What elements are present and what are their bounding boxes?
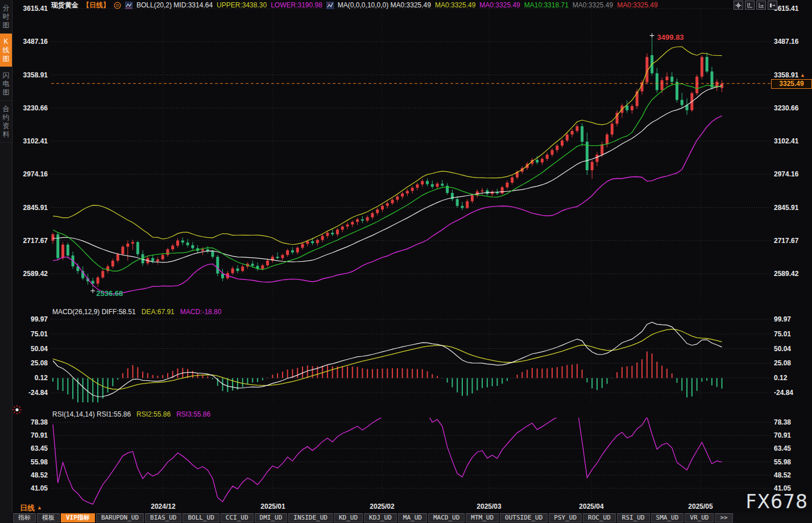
axis-tick-label: 3358.91 xyxy=(23,71,48,79)
axis-tick-label: -24.84 xyxy=(28,389,48,397)
axis-pan-icon[interactable] xyxy=(756,1,766,10)
left-tab-sidebar: 分时图K线图闪电图合约资料 xyxy=(0,0,13,523)
axis-tick-label: 2845.91 xyxy=(23,204,48,212)
period-tag: 【日线】 xyxy=(82,1,110,10)
axis-scale-icon[interactable] xyxy=(745,1,755,10)
axis-tick-label: 41.05 xyxy=(31,484,48,492)
axis-tick-label: 63.45 xyxy=(31,444,48,452)
axis-tick-label: 70.91 xyxy=(31,431,48,439)
toolbar-button-模板[interactable]: 模板 xyxy=(37,513,60,522)
high-price-annotation: 3499.83 xyxy=(657,33,684,42)
ma-value-2: MA0:3325.49 xyxy=(435,1,475,9)
x-axis-month-label: 2025/01 xyxy=(260,503,285,510)
macd-diff-value: MACD(26,12,9) DIFF:58.51 xyxy=(52,308,136,316)
axis-tick-label: -24.84 xyxy=(774,389,793,397)
alert-marker-icon[interactable] xyxy=(12,405,22,417)
period-label: 日线 xyxy=(20,504,35,512)
axis-tick-label: 3102.41 xyxy=(774,137,799,145)
toolbar-button-DMI_UD[interactable]: DMI_UD xyxy=(255,513,288,522)
toolbar-button-KDJ_UD[interactable]: KDJ_UD xyxy=(364,513,397,522)
ma10-value: MA10:3318.71 xyxy=(524,1,569,9)
macd-value: MACD:-18.80 xyxy=(180,308,222,316)
rsi1-value: RSI(14,14,14) RSI1:55.86 xyxy=(52,410,131,418)
boll-lower-value: LOWER:3190.98 xyxy=(271,1,322,9)
macd-panel-header: MACD(26,12,9) DIFF:58.51 DEA:67.91 MACD:… xyxy=(52,308,221,316)
period-toggle[interactable]: 日线▲ xyxy=(20,503,42,513)
boll-upper-value: UPPER:3438.30 xyxy=(217,1,267,9)
crosshair-icon[interactable] xyxy=(734,1,743,10)
boll-indicator-icon[interactable] xyxy=(125,2,132,9)
toolbar-button-MACD_UD[interactable]: MACD_UD xyxy=(428,513,465,522)
x-axis-month-label: 2025/03 xyxy=(477,503,502,510)
sidebar-tab-分时图[interactable]: 分时图 xyxy=(0,0,12,34)
axis-tick-label: 75.01 xyxy=(774,330,791,338)
axis-tick-label: 48.52 xyxy=(31,471,48,479)
axis-tick-label: 2717.67 xyxy=(23,237,48,245)
toolbar-button-RSI_UD[interactable]: RSI_UD xyxy=(617,513,650,522)
toolbar-button-PSY_UD[interactable]: PSY_UD xyxy=(549,513,582,522)
axis-tick-label: 25.08 xyxy=(31,359,48,367)
axis-tick-label: 99.97 xyxy=(31,315,48,323)
toolbar-button-BOLL_UD[interactable]: BOLL_UD xyxy=(183,513,219,522)
axis-tick-label: 78.38 xyxy=(31,418,48,426)
macd-dea-value: DEA:67.91 xyxy=(142,308,175,316)
chart-settings-icon[interactable] xyxy=(114,2,121,9)
chart-header: 现货黄金 【日线】 BOLL(20,2) MID:3314.64 UPPER:3… xyxy=(51,1,658,10)
toolbar-button-KD_UD[interactable]: KD_UD xyxy=(334,513,363,522)
ma-indicator-icon[interactable] xyxy=(326,2,334,9)
axis-tick-label: 50.04 xyxy=(774,345,791,353)
axis-tick-label: 75.01 xyxy=(31,330,48,338)
toolbar-button-BIAS_UD[interactable]: BIAS_UD xyxy=(145,513,181,522)
axis-tick-label: 55.98 xyxy=(774,458,791,466)
axis-tick-label: 70.91 xyxy=(774,431,791,439)
axis-tick-label: 0.12 xyxy=(774,374,788,382)
x-axis-month-label: 2025/04 xyxy=(579,503,604,510)
x-axis-month-label: 2024/12 xyxy=(151,503,176,510)
axis-tick-label: 99.97 xyxy=(774,315,791,323)
toolbar-button-CCI_UD[interactable]: CCI_UD xyxy=(221,513,254,522)
symbol-name: 现货黄金 xyxy=(51,1,78,10)
ma-values: MA(0,0,0,10,0,0) MA0:3325.49 xyxy=(338,1,431,9)
ma-value-6: MA0:3325.49 xyxy=(617,1,657,9)
axis-tick-label: 63.45 xyxy=(774,444,791,452)
toolbar-button-指标[interactable]: 指标 xyxy=(13,513,36,522)
chart-toolbar xyxy=(734,1,777,10)
watermark: FX678 xyxy=(745,491,808,513)
low-price-annotation: 2536.68 xyxy=(96,289,123,298)
toolbar-button-MA_UD[interactable]: MA_UD xyxy=(398,513,427,522)
toolbar-button-SMA_UD[interactable]: SMA_UD xyxy=(651,513,684,522)
sidebar-tab-K线图[interactable]: K线图 xyxy=(0,34,12,67)
boll-values: BOLL(20,2) MID:3314.64 xyxy=(136,1,213,9)
toolbar-button-VR_UD[interactable]: VR_UD xyxy=(685,513,714,522)
current-price-label: 3325.49 xyxy=(771,79,812,89)
toolbar-button-OUTSIDE_UD[interactable]: OUTSIDE_UD xyxy=(500,513,548,522)
axis-tick-label: 25.08 xyxy=(774,359,791,367)
axis-tick-label: 3615.41 xyxy=(774,5,799,13)
ma-value-5: MA0:3325.49 xyxy=(573,1,613,9)
axis-tick-label: 3230.66 xyxy=(774,104,799,112)
axis-tick-label: 2974.16 xyxy=(774,170,799,178)
axis-tick-label: 2589.42 xyxy=(23,270,48,278)
axis-tick-label: 48.52 xyxy=(774,471,791,479)
axis-tick-label: 2717.67 xyxy=(774,237,799,245)
rsi2-value: RSI2:55.86 xyxy=(136,410,171,418)
axis-tick-label: 0.12 xyxy=(35,374,48,382)
x-axis-month-label: 2025/05 xyxy=(688,503,713,510)
shift-right-icon[interactable] xyxy=(768,1,777,10)
price-chart-canvas[interactable]: 3615.413615.413487.163487.163358.913358.… xyxy=(0,0,812,523)
sidebar-tab-合约资料[interactable]: 合约资料 xyxy=(0,101,12,143)
collapse-triangle-icon: ▲ xyxy=(37,505,42,510)
axis-tick-label: 55.98 xyxy=(31,458,48,466)
axis-tick-label: 3487.16 xyxy=(774,38,799,46)
axis-tick-label: 3358.91 xyxy=(774,71,799,79)
indicator-toolbar: 指标模板VIP指标BARUPDN_UDBIAS_UDBOLL_UDCCI_UDD… xyxy=(12,513,812,523)
axis-tick-label: 3615.41 xyxy=(23,5,48,13)
sidebar-tab-闪电图[interactable]: 闪电图 xyxy=(0,67,12,101)
toolbar-button-INSIDE_UD[interactable]: INSIDE_UD xyxy=(288,513,333,522)
toolbar-button-MTM_UD[interactable]: MTM_UD xyxy=(466,513,499,522)
toolbar-button-ROC_UD[interactable]: ROC_UD xyxy=(583,513,616,522)
toolbar-button-BARUPDN_UD[interactable]: BARUPDN_UD xyxy=(96,513,144,522)
toolbar-button-VIP指标[interactable]: VIP指标 xyxy=(61,513,95,522)
axis-tick-label: 3230.66 xyxy=(23,104,48,112)
toolbar-button->>[interactable]: >> xyxy=(715,513,732,522)
